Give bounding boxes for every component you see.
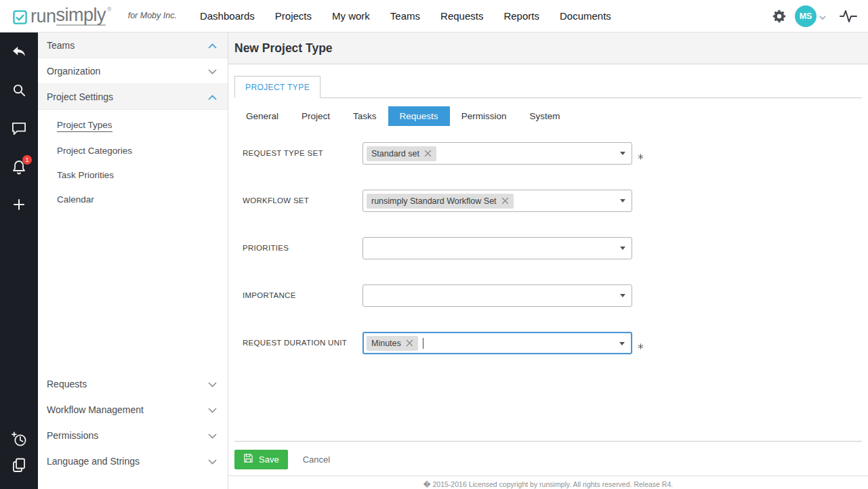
chip-label: Standard set <box>371 149 419 158</box>
logo-text-simply: simply <box>56 6 106 26</box>
sidebar-item-label: Workflow Management <box>47 404 144 415</box>
dropdown-arrow-icon[interactable] <box>620 199 625 203</box>
chevron-down-icon <box>208 379 217 389</box>
back-arrow-icon[interactable] <box>0 46 38 58</box>
page-header: New Project Type <box>228 33 868 64</box>
chip-remove-icon[interactable] <box>501 197 509 205</box>
sidebar-subitem-label: Task Priorities <box>57 170 114 180</box>
nav-my-work[interactable]: My work <box>332 10 370 22</box>
left-rail: 1 <box>0 33 38 489</box>
sidebar-item-label: Project Settings <box>47 91 113 102</box>
sidebar: Teams Organization Project Settings Proj… <box>38 33 228 489</box>
chip-remove-icon[interactable] <box>406 339 413 347</box>
sidebar-subitem-label: Project Categories <box>57 146 132 156</box>
dropdown-arrow-icon[interactable] <box>619 342 625 345</box>
tab-general[interactable]: General <box>234 106 290 126</box>
gear-icon[interactable] <box>772 9 787 24</box>
cancel-button[interactable]: Cancel <box>303 454 330 465</box>
clock-plus-icon[interactable] <box>0 431 38 447</box>
sidebar-item-permissions[interactable]: Permissions <box>38 423 228 448</box>
chip: Minutes <box>367 336 418 351</box>
logo-text-run: run <box>30 7 56 26</box>
page-tabbar: PROJECT TYPE <box>234 76 862 98</box>
sidebar-subitem-label: Calendar <box>57 194 94 205</box>
logo[interactable]: runsimply ® <box>13 6 112 26</box>
sidebar-subitem-project-categories[interactable]: Project Categories <box>38 138 228 163</box>
sidebar-subitem-calendar[interactable]: Calendar <box>38 187 228 211</box>
sidebar-item-project-settings[interactable]: Project Settings <box>38 84 228 110</box>
chat-icon[interactable] <box>0 122 38 135</box>
text-cursor <box>423 338 423 349</box>
activity-pulse-icon[interactable] <box>840 9 857 24</box>
chip-label: runsimply Standard Workflow Set <box>371 196 497 206</box>
sidebar-subitem-project-types[interactable]: Project Types <box>38 114 228 138</box>
tab-system[interactable]: System <box>518 106 571 126</box>
chevron-down-icon <box>819 10 826 22</box>
nav-teams[interactable]: Teams <box>390 10 420 22</box>
sidebar-item-label: Requests <box>47 379 87 389</box>
sidebar-item-workflow-management[interactable]: Workflow Management <box>38 397 228 423</box>
workflow-set-select[interactable]: runsimply Standard Workflow Set <box>363 190 632 212</box>
nav-documents[interactable]: Documents <box>560 10 611 22</box>
form-actions-bar: Save Cancel <box>234 441 862 469</box>
sidebar-item-organization[interactable]: Organization <box>38 58 228 84</box>
topbar: runsimply ® for Moby Inc. Dashboards Pro… <box>0 0 868 33</box>
documents-copy-icon[interactable] <box>0 458 38 473</box>
importance-select[interactable] <box>363 284 632 307</box>
dropdown-arrow-icon[interactable] <box>620 294 625 297</box>
tab-project-type[interactable]: PROJECT TYPE <box>234 76 321 98</box>
section-tabs: General Project Tasks Requests Permissio… <box>234 106 862 126</box>
chip-label: Minutes <box>371 339 401 348</box>
sidebar-item-language-and-strings[interactable]: Language and Strings <box>38 448 228 474</box>
request-type-set-label: REQUEST TYPE SET <box>243 142 363 165</box>
request-duration-unit-select[interactable]: Minutes <box>363 332 632 354</box>
avatar[interactable]: MS <box>795 5 817 27</box>
sidebar-item-label: Teams <box>47 40 75 51</box>
tab-requests[interactable]: Requests <box>388 106 450 126</box>
sidebar-subitem-task-priorities[interactable]: Task Priorities <box>38 163 228 187</box>
page-title: New Project Type <box>234 41 333 56</box>
logo-check-icon <box>13 10 27 24</box>
sidebar-bottom-group: Requests Workflow Management Permissions… <box>38 371 228 474</box>
required-icon <box>638 332 644 354</box>
priorities-select[interactable] <box>363 237 632 259</box>
form-row: IMPORTANCE <box>243 284 862 307</box>
nav-dashboards[interactable]: Dashboards <box>200 10 255 22</box>
add-plus-icon[interactable] <box>0 198 38 211</box>
chevron-up-icon <box>208 91 217 102</box>
search-icon[interactable] <box>0 83 38 98</box>
save-button[interactable]: Save <box>234 450 288 469</box>
nav-reports[interactable]: Reports <box>503 10 539 22</box>
chevron-down-icon <box>208 66 217 77</box>
chip-remove-icon[interactable] <box>424 150 432 157</box>
required-icon <box>638 142 644 165</box>
request-type-set-select[interactable]: Standard set <box>363 142 632 165</box>
chevron-up-icon <box>208 40 217 51</box>
nav-projects[interactable]: Projects <box>275 10 312 22</box>
save-disk-icon <box>243 453 253 465</box>
topbar-right: MS <box>772 5 857 27</box>
notifications-bell-icon[interactable]: 1 <box>0 160 38 177</box>
form-row: REQUEST TYPE SET Standard set <box>243 142 862 165</box>
sidebar-item-requests[interactable]: Requests <box>38 371 228 397</box>
workflow-set-label: WORKFLOW SET <box>243 190 363 212</box>
chevron-down-icon <box>208 430 217 441</box>
user-menu[interactable]: MS <box>795 5 826 27</box>
tab-permission[interactable]: Permission <box>450 106 518 126</box>
importance-label: IMPORTANCE <box>243 284 363 307</box>
chevron-down-icon <box>208 456 217 467</box>
notification-badge: 1 <box>22 155 32 165</box>
logo-wordmark: runsimply <box>30 6 106 26</box>
sidebar-item-label: Permissions <box>47 430 98 441</box>
form-row: PRIORITIES <box>243 237 862 259</box>
nav-requests[interactable]: Requests <box>440 10 483 22</box>
footer-copyright: � 2015-2016 Licensed copyright by runsim… <box>228 475 868 488</box>
dropdown-arrow-icon[interactable] <box>620 152 625 155</box>
tab-project[interactable]: Project <box>290 106 342 126</box>
chip: Standard set <box>367 146 436 161</box>
tab-tasks[interactable]: Tasks <box>342 106 388 126</box>
dropdown-arrow-icon[interactable] <box>620 247 625 250</box>
main-nav: Dashboards Projects My work Teams Reques… <box>200 10 611 22</box>
request-duration-unit-label: REQUEST DURATION UNIT <box>243 332 363 354</box>
sidebar-item-teams[interactable]: Teams <box>38 33 228 58</box>
